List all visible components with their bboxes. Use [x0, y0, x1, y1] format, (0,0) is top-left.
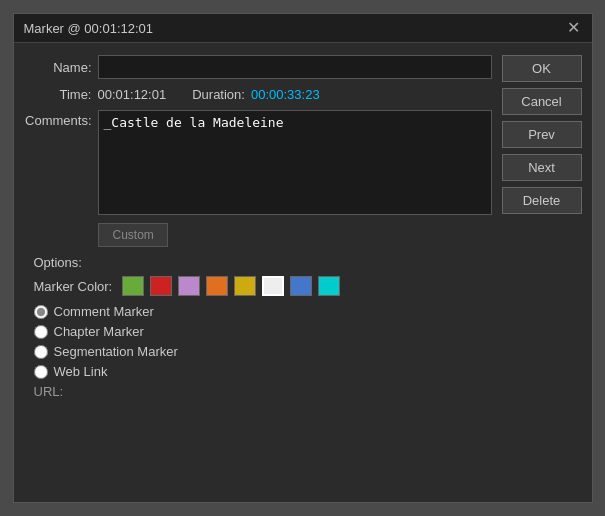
cancel-button[interactable]: Cancel	[502, 88, 582, 115]
radio-chapter-label[interactable]: Chapter Marker	[54, 324, 144, 339]
custom-row: Custom	[24, 223, 492, 247]
marker-color-row: Marker Color:	[34, 276, 487, 296]
color-swatch-yellow[interactable]	[234, 276, 256, 296]
side-buttons: OK Cancel Prev Next Delete	[502, 55, 582, 490]
marker-color-label: Marker Color:	[34, 279, 113, 294]
color-swatch-red[interactable]	[150, 276, 172, 296]
radio-segmentation-row: Segmentation Marker	[34, 344, 487, 359]
radio-comment[interactable]	[34, 305, 48, 319]
radio-chapter-row: Chapter Marker	[34, 324, 487, 339]
time-label: Time:	[24, 87, 92, 102]
radio-weblink-label[interactable]: Web Link	[54, 364, 108, 379]
marker-dialog: Marker @ 00:01:12:01 ✕ Name: Time: 00:01…	[13, 13, 593, 503]
options-title: Options:	[34, 255, 487, 270]
radio-chapter[interactable]	[34, 325, 48, 339]
dialog-title: Marker @ 00:01:12:01	[24, 21, 154, 36]
prev-button[interactable]: Prev	[502, 121, 582, 148]
close-button[interactable]: ✕	[565, 20, 582, 36]
name-row: Name:	[24, 55, 492, 79]
color-swatch-orange[interactable]	[206, 276, 228, 296]
ok-button[interactable]: OK	[502, 55, 582, 82]
title-bar: Marker @ 00:01:12:01 ✕	[14, 14, 592, 43]
url-label: URL:	[34, 384, 64, 399]
duration-value[interactable]: 00:00:33:23	[251, 87, 320, 102]
radio-comment-row: Comment Marker	[34, 304, 487, 319]
radio-weblink-row: Web Link	[34, 364, 487, 379]
radio-segmentation[interactable]	[34, 345, 48, 359]
time-value: 00:01:12:01	[98, 87, 167, 102]
dialog-body: Name: Time: 00:01:12:01 Duration: 00:00:…	[14, 43, 592, 502]
options-section: Options: Marker Color: Comment Mar	[34, 255, 487, 399]
time-row: Time: 00:01:12:01 Duration: 00:00:33:23	[24, 87, 492, 102]
color-swatch-blue[interactable]	[290, 276, 312, 296]
comments-textarea[interactable]: _Castle de la Madeleine	[98, 110, 492, 215]
radio-weblink[interactable]	[34, 365, 48, 379]
duration-label: Duration:	[192, 87, 245, 102]
name-input[interactable]	[98, 55, 492, 79]
color-swatch-white[interactable]	[262, 276, 284, 296]
url-row: URL:	[34, 384, 487, 399]
delete-button[interactable]: Delete	[502, 187, 582, 214]
custom-button[interactable]: Custom	[98, 223, 168, 247]
radio-segmentation-label[interactable]: Segmentation Marker	[54, 344, 178, 359]
form-area: Name: Time: 00:01:12:01 Duration: 00:00:…	[24, 55, 492, 490]
comments-label: Comments:	[24, 110, 92, 128]
comments-row: Comments: _Castle de la Madeleine	[24, 110, 492, 215]
name-label: Name:	[24, 60, 92, 75]
next-button[interactable]: Next	[502, 154, 582, 181]
color-swatch-lavender[interactable]	[178, 276, 200, 296]
color-swatch-cyan[interactable]	[318, 276, 340, 296]
radio-comment-label[interactable]: Comment Marker	[54, 304, 154, 319]
color-swatch-green[interactable]	[122, 276, 144, 296]
